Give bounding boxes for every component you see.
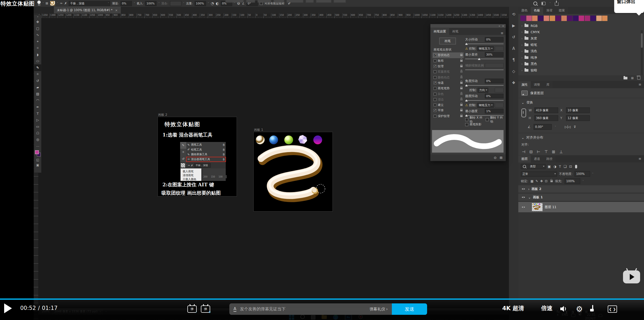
color-swatch[interactable] [538,16,543,21]
lock-icon[interactable] [460,82,463,84]
tool-button[interactable]: ☖ [34,130,41,136]
color-swatch[interactable] [596,16,602,21]
load-dropdown-icon[interactable]: ˅ [158,2,160,5]
swatch-group-row[interactable]: › 较暗 [518,67,644,74]
search-icon[interactable] [533,2,537,5]
section-collapse-icon[interactable]: ⌄ [521,136,524,140]
artboard1[interactable] [253,132,333,212]
clean-brush-icon[interactable]: ✗ [64,2,67,5]
toolbar-collapse-icon[interactable]: » [37,15,39,18]
tool-button[interactable]: ◠ [34,97,41,104]
tool-button[interactable]: ⬭ [34,58,41,64]
tool-button[interactable]: ▰ [34,84,41,91]
expand-icon[interactable]: › [521,69,522,72]
lock-icon[interactable] [460,65,463,67]
tab-brush-settings[interactable]: 画笔设置 [430,28,449,35]
load-brush-icon[interactable]: ✑ [60,2,62,5]
visibility-eye-icon[interactable] [521,188,525,190]
play-button[interactable] [4,303,12,313]
volume-icon[interactable] [560,305,568,313]
tab-brushes[interactable]: 画笔 [449,28,462,35]
lock-option-icon[interactable]: ✥ [540,179,543,183]
brush-size-dropdown-icon[interactable]: ˅ [43,2,44,5]
color-swatch[interactable] [567,16,572,21]
color-swatch[interactable] [532,16,537,21]
pip-icon[interactable] [592,305,593,311]
load-value[interactable]: 100% [145,1,157,6]
layer-thumbnail[interactable] [532,203,543,211]
dock-panel-icon[interactable]: ¶ [512,58,515,62]
expand-icon[interactable]: › [521,30,522,34]
roundness-control-select[interactable]: 钢笔压力 [477,103,494,108]
section-collapse-icon[interactable]: ⌄ [521,101,524,105]
swatch-group-row[interactable]: › 浅色 [518,48,644,55]
color-swatch[interactable] [550,16,555,21]
share-icon[interactable] [555,2,558,6]
option-checkbox[interactable] [434,115,436,118]
panel-tab[interactable]: 通道 [531,155,543,162]
color-swatch[interactable] [590,16,596,21]
layers-menu-icon[interactable]: ≡ [639,157,641,161]
option-checkbox[interactable] [434,70,436,73]
height-field[interactable]: 360 像素 [534,115,558,121]
opacity-field[interactable]: 100% [575,171,590,177]
angle-jitter-slider[interactable] [465,84,504,87]
tool-button[interactable]: ◗ [34,51,41,58]
toggle-brush-panel-icon[interactable]: ⊞ [46,2,48,5]
collapse-icon[interactable]: « [499,25,500,27]
expand-icon[interactable]: › [521,37,522,40]
speed-button[interactable]: 倍速 [541,304,553,312]
swatches-scrollbar[interactable] [641,30,643,81]
brush-option-item[interactable]: 建立 [433,102,464,108]
swatch-group-row[interactable]: › 灰度 [518,35,644,42]
align-icon[interactable]: ⊥ [559,149,563,154]
layer-filter-icon[interactable]: ▣ [548,165,551,168]
brushes-button[interactable]: 画笔 [439,38,456,44]
size-control-select[interactable]: 钢笔压力 [477,46,494,51]
lock-icon[interactable] [460,93,463,95]
brush-option-item[interactable]: 颜色动态 [433,74,464,80]
wet-dropdown-icon[interactable]: ˅ [134,2,135,5]
align-icon[interactable]: ⊟ [529,149,533,154]
option-checkbox[interactable] [434,81,436,84]
roundness-jitter-slider[interactable] [465,99,504,102]
lock-icon[interactable] [460,77,463,78]
color-swatch[interactable] [555,16,561,21]
panel-tab[interactable]: 库 [543,81,553,88]
min-diameter-value[interactable]: 30% [485,52,504,57]
expand-icon[interactable]: › [521,43,522,47]
fill-field[interactable]: 100% [565,178,580,184]
edit-toolbar-icon[interactable]: ⋯ [36,145,39,148]
rotation-field[interactable]: 0.00° [534,124,552,130]
brush-option-item[interactable]: 湿边 [433,97,464,102]
min-diameter-slider[interactable] [465,57,504,60]
lock-option-icon[interactable]: ✎ [535,179,538,183]
tool-button[interactable]: ⍟ [34,71,41,78]
tool-button[interactable]: T [34,110,41,117]
brush-option-item[interactable]: 纹理 [433,64,464,69]
expand-icon[interactable]: › [521,56,522,59]
lock-icon[interactable] [460,60,463,62]
filter-toggle-icon[interactable] [575,165,577,168]
delete-icon[interactable] [637,77,640,80]
flip-horizontal-icon[interactable]: ▷|◁ [565,125,571,129]
collapse-icon[interactable]: ⌄ [528,195,531,199]
quick-mask-icon[interactable]: ◱ [36,158,39,162]
roundness-jitter-value[interactable]: 0% [485,94,504,98]
option-checkbox[interactable] [434,109,436,112]
workspace-dropdown-icon[interactable]: ˅ [550,2,551,5]
lock-option-icon[interactable]: ⊡ [545,179,548,183]
x-field[interactable]: 10 像素 [566,107,590,113]
dock-panel-icon[interactable]: ◇ [512,69,515,74]
panel-tab[interactable]: 渐变 [543,7,556,14]
layer-filter-icon[interactable]: T [559,165,561,168]
size-jitter-slider[interactable] [465,42,504,45]
foreground-color-swatch[interactable] [35,150,39,154]
screen-mode-icon[interactable]: ▣ [36,163,39,167]
dock-panel-icon[interactable]: ❖ [512,80,515,85]
align-icon[interactable]: ⊣ [522,149,525,154]
option-checkbox[interactable] [434,98,436,101]
rotation-dropdown-icon[interactable]: ˅ [555,126,556,128]
flow-dropdown-icon[interactable]: ˅ [208,2,209,5]
align-icon[interactable]: ⊤ [544,149,548,154]
